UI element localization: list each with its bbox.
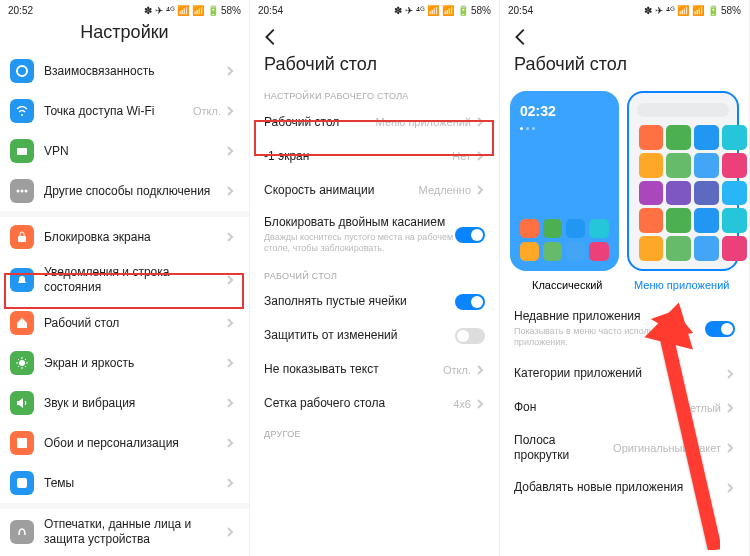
chevron-right-icon (225, 358, 235, 368)
settings-row[interactable]: Точка доступа Wi-FiОткл. (0, 91, 249, 131)
lock-icon (10, 225, 34, 249)
toggle[interactable] (705, 321, 735, 337)
app-icon (722, 125, 747, 150)
svg-rect-6 (18, 236, 26, 242)
row-lock-double-tap[interactable]: Блокировать двойным касанием Дважды косн… (250, 207, 499, 263)
settings-row[interactable]: Обои и персонализация (0, 423, 249, 463)
preview-classic[interactable]: 02:32 (510, 91, 619, 271)
row-label: Звук и вибрация (44, 396, 225, 411)
settings-row[interactable]: Рабочий стол (0, 303, 249, 343)
row-label: Сетка рабочего стола (264, 396, 453, 411)
back-button[interactable] (510, 26, 532, 48)
row-value: 4x6 (453, 398, 471, 410)
label-menu: Меню приложений (625, 279, 740, 291)
page-title: Рабочий стол (250, 52, 499, 83)
app-icon (639, 181, 664, 206)
settings-row[interactable]: Другие способы подключения (0, 171, 249, 211)
toggle[interactable] (455, 294, 485, 310)
settings-row[interactable]: Блокировка экрана (0, 217, 249, 257)
svg-point-1 (21, 114, 23, 116)
status-icons: ✽ ✈ ⁴ᴳ 📶 📶 🔋58% (394, 5, 491, 16)
page-title: Рабочий стол (500, 52, 749, 83)
settings-row[interactable]: Заполнять пустые ячейки (250, 285, 499, 319)
app-icon (589, 219, 608, 238)
svg-point-0 (17, 66, 27, 76)
link-icon (10, 59, 34, 83)
finger-icon (10, 520, 34, 544)
app-icon (694, 181, 719, 206)
settings-row[interactable]: Категории приложений (500, 357, 749, 391)
settings-row[interactable]: Рабочий столМеню приложений (250, 105, 499, 139)
chevron-right-icon (225, 275, 235, 285)
chevron-right-icon (475, 185, 485, 195)
svg-rect-2 (17, 148, 27, 155)
settings-row[interactable]: Добавлять новые приложения (500, 471, 749, 505)
status-time: 20:52 (8, 5, 33, 16)
row-label: VPN (44, 144, 225, 159)
status-bar: 20:54 ✽ ✈ ⁴ᴳ 📶 📶 🔋58% (250, 0, 499, 20)
preview-menu[interactable] (627, 91, 740, 271)
row-label: Рабочий стол (44, 316, 225, 331)
status-time: 20:54 (508, 5, 533, 16)
chevron-right-icon (225, 66, 235, 76)
app-icon (722, 181, 747, 206)
settings-row[interactable]: Звук и вибрация (0, 383, 249, 423)
app-icon (520, 219, 539, 238)
row-label: Экран и яркость (44, 356, 225, 371)
svg-point-3 (17, 190, 20, 193)
chevron-right-icon (475, 365, 485, 375)
settings-row[interactable]: Скорость анимацииМедленно (250, 173, 499, 207)
back-button[interactable] (260, 26, 282, 48)
status-time: 20:54 (258, 5, 283, 16)
app-icon (639, 153, 664, 178)
row-sub: Показывать в меню часто используемые при… (514, 326, 705, 349)
app-icon (694, 125, 719, 150)
app-icon (566, 242, 585, 261)
app-icon (589, 242, 608, 261)
settings-row[interactable]: Не показывать текстОткл. (250, 353, 499, 387)
vpn-icon (10, 139, 34, 163)
settings-row[interactable]: Полоса прокруткиОригинальный макет (500, 425, 749, 471)
settings-row[interactable]: Сетка рабочего стола4x6 (250, 387, 499, 421)
preview-time: 02:32 (516, 97, 613, 125)
settings-row[interactable]: Защитить от изменений (250, 319, 499, 353)
chevron-right-icon (225, 478, 235, 488)
app-icon (520, 242, 539, 261)
toggle[interactable] (455, 227, 485, 243)
status-icons: ✽ ✈ ⁴ᴳ 📶 📶 🔋58% (144, 5, 241, 16)
settings-row[interactable]: Темы (0, 463, 249, 503)
row-label: Добавлять новые приложения (514, 480, 725, 495)
settings-row[interactable]: -1 экранНет (250, 139, 499, 173)
page-title: Настройки (0, 20, 249, 51)
chevron-right-icon (225, 438, 235, 448)
chevron-right-icon (225, 146, 235, 156)
app-icon (543, 242, 562, 261)
app-icon (666, 153, 691, 178)
desktop-mode-panel: 20:54 ✽ ✈ ⁴ᴳ 📶 📶 🔋58% Рабочий стол 02:32… (500, 0, 750, 556)
settings-row[interactable]: Отпечатки, данные лица и защита устройст… (0, 509, 249, 555)
toggle[interactable] (455, 328, 485, 344)
app-icon (666, 181, 691, 206)
chevron-right-icon (225, 186, 235, 196)
app-icon (639, 208, 664, 233)
settings-row[interactable]: ФонСветлый (500, 391, 749, 425)
svg-point-5 (25, 190, 28, 193)
settings-row[interactable]: Экран и яркость (0, 343, 249, 383)
row-label: Обои и персонализация (44, 436, 225, 451)
app-icon (666, 125, 691, 150)
row-label: -1 экран (264, 149, 452, 164)
row-value: Откл. (443, 364, 471, 376)
chevron-right-icon (225, 232, 235, 242)
settings-row[interactable]: Уведомления и строка состояния (0, 257, 249, 303)
wifi-icon (10, 99, 34, 123)
dots-icon (516, 125, 613, 132)
row-recent-apps[interactable]: Недавние приложения Показывать в меню ча… (500, 301, 749, 357)
row-label: Отпечатки, данные лица и защита устройст… (44, 517, 225, 547)
chevron-right-icon (225, 527, 235, 537)
app-grid (516, 215, 613, 265)
chevron-right-icon (225, 398, 235, 408)
app-icon (694, 153, 719, 178)
settings-row[interactable]: VPN (0, 131, 249, 171)
settings-row[interactable]: Взаимосвязанность (0, 51, 249, 91)
chevron-right-icon (725, 403, 735, 413)
